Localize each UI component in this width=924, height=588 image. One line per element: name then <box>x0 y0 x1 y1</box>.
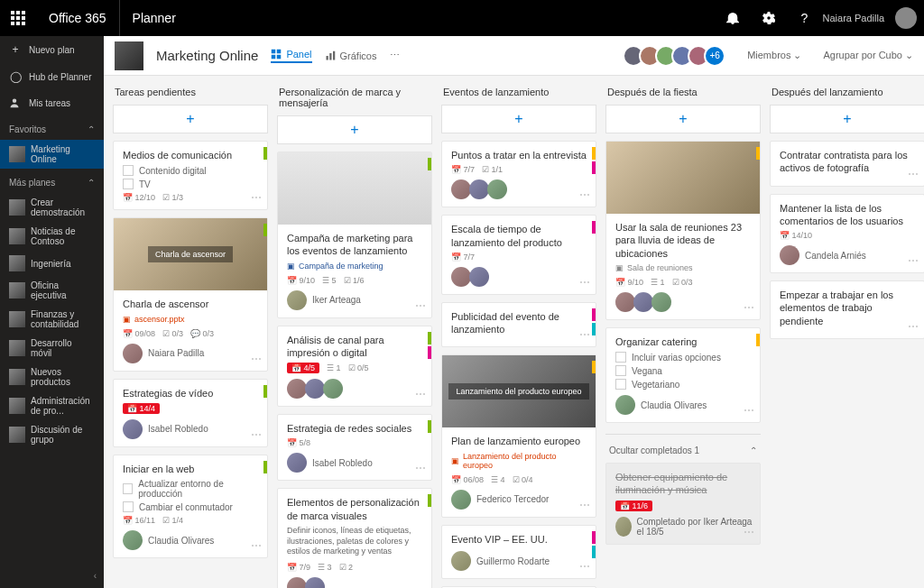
bucket-title[interactable]: Tareas pendientes <box>113 83 268 105</box>
attachment-link[interactable]: ▣ ascensor.pptx <box>123 315 260 324</box>
member-avatars[interactable]: +6 <box>628 45 725 67</box>
task-card[interactable]: Estrategia de redes sociales📅 5/8Isabel … <box>277 414 432 481</box>
attachment-link[interactable]: ▣ Lanzamiento del producto europeo <box>451 452 588 470</box>
settings-icon[interactable] <box>751 0 787 36</box>
sidebar-plan[interactable]: Noticias de Contoso <box>0 222 104 251</box>
add-task-button[interactable]: + <box>277 115 432 144</box>
checklist-item[interactable]: Vegana <box>615 365 753 376</box>
sidebar-plan[interactable]: Desarrollo móvil <box>0 334 104 363</box>
svg-rect-3 <box>272 54 276 59</box>
task-card[interactable]: Charla de ascensorCharla de ascensor▣ as… <box>113 217 268 371</box>
sidebar-plan[interactable]: Nuevos productos <box>0 363 104 391</box>
card-more-icon[interactable]: ⋯ <box>579 188 590 201</box>
task-title: Elementos de personalización de marca vi… <box>287 496 424 522</box>
add-task-button[interactable]: + <box>605 105 761 133</box>
card-more-icon[interactable]: ⋯ <box>579 560 590 573</box>
card-more-icon[interactable]: ⋯ <box>251 191 262 204</box>
app-launcher-icon[interactable] <box>0 0 36 36</box>
collapse-sidebar-icon[interactable]: ‹ <box>94 571 97 581</box>
card-more-icon[interactable]: ⋯ <box>744 526 754 538</box>
more-menu-icon[interactable]: ⋯ <box>390 50 400 61</box>
sidebar-plan[interactable]: Marketing Online <box>0 140 104 169</box>
task-card[interactable]: Iniciar en la webActualizar entorno de p… <box>113 455 268 558</box>
task-card[interactable]: Escala de tiempo de lanzamiento del prod… <box>441 215 596 295</box>
task-card[interactable]: Empezar a trabajar en los elementos de t… <box>770 280 924 339</box>
chevron-up-icon: ⌃ <box>88 124 95 134</box>
sidebar-plan[interactable]: Oficina ejecutiva <box>0 276 104 305</box>
members-dropdown[interactable]: Miembros ⌄ <box>747 50 801 61</box>
bucket-title[interactable]: Después del lanzamiento <box>770 83 924 105</box>
attachment-link[interactable]: ▣ Campaña de marketing <box>287 262 424 271</box>
task-card[interactable]: Medios de comunicaciónContenido digitalT… <box>113 141 268 210</box>
card-more-icon[interactable]: ⋯ <box>744 404 754 417</box>
task-card[interactable]: Puntos a tratar en la entrevista📅 7/7☑ 1… <box>441 141 596 207</box>
checklist-item[interactable]: Cambiar el conmutador <box>123 501 260 512</box>
my-tasks-label: Mis tareas <box>29 98 70 108</box>
add-task-button[interactable]: + <box>441 105 596 133</box>
card-more-icon[interactable]: ⋯ <box>251 539 262 552</box>
sidebar-plan[interactable]: Finanzas y contabilidad <box>0 305 104 334</box>
svg-rect-6 <box>329 53 331 60</box>
sidebar-plan[interactable]: Administración de pro... <box>0 391 104 420</box>
task-card[interactable]: Evento VIP – EE. UU.Guillermo Rodarte⋯ <box>441 525 596 579</box>
task-card[interactable]: Contratar contratista para los activos d… <box>770 141 924 187</box>
add-task-button[interactable]: + <box>113 105 268 133</box>
card-more-icon[interactable]: ⋯ <box>908 168 919 180</box>
group-by-dropdown[interactable]: Agrupar por Cubo ⌄ <box>823 50 913 61</box>
bucket-column: Tareas pendientes+Medios de comunicación… <box>113 83 268 581</box>
checklist-item[interactable]: Contenido digital <box>123 165 260 176</box>
task-card[interactable]: Publicidad del evento de lanzamiento⋯ <box>441 302 596 348</box>
help-icon[interactable]: ? <box>787 0 823 36</box>
bucket-title[interactable]: Personalización de marca y mensajería <box>277 83 432 115</box>
task-card[interactable]: Mantener la lista de los comentarios de … <box>770 194 924 274</box>
tab-charts[interactable]: Gráficos <box>325 51 377 61</box>
checklist-item[interactable]: Incluir varias opciones <box>615 352 753 363</box>
task-title: Escala de tiempo de lanzamiento del prod… <box>451 223 588 249</box>
planner-hub-link[interactable]: ◯Hub de Planner <box>0 63 104 90</box>
task-card[interactable]: Estrategias de vídeo📅 14/4Isabel Robledo… <box>113 379 268 447</box>
tab-panel[interactable]: Panel <box>271 49 311 63</box>
checklist-item[interactable]: TV <box>123 179 260 189</box>
bucket-title[interactable]: Después de la fiesta <box>605 83 761 105</box>
card-more-icon[interactable]: ⋯ <box>908 254 919 267</box>
card-more-icon[interactable]: ⋯ <box>251 353 262 365</box>
member-overflow[interactable]: +6 <box>704 45 725 67</box>
task-card[interactable]: Elementos de personalización de marca vi… <box>277 488 432 588</box>
task-card[interactable]: Campaña de marketing para los eventos de… <box>277 152 432 318</box>
plan-color-tile <box>115 41 143 70</box>
favorites-section-header[interactable]: Favoritos⌃ <box>0 115 104 140</box>
my-tasks-link[interactable]: Mis tareas <box>0 90 104 115</box>
card-more-icon[interactable]: ⋯ <box>744 301 754 314</box>
card-more-icon[interactable]: ⋯ <box>908 320 919 333</box>
suite-brand[interactable]: Office 365 <box>36 0 120 36</box>
task-card[interactable]: Organizar cateringIncluir varias opcione… <box>605 327 761 423</box>
attachment-link[interactable]: ▣ Sala de reuniones <box>615 263 753 272</box>
task-card[interactable]: Usar la sala de reuniones 23 para lluvia… <box>605 141 761 320</box>
assignee-avatar <box>451 267 471 287</box>
task-card[interactable]: Obtener equipamiento de iluminación y mú… <box>605 463 761 545</box>
hide-completed-toggle[interactable]: Ocultar completados 1⌃ <box>605 438 761 463</box>
bucket-title[interactable]: Eventos de lanzamiento <box>441 83 596 105</box>
card-more-icon[interactable]: ⋯ <box>415 462 426 474</box>
sidebar-plan[interactable]: Ingeniería <box>0 251 104 276</box>
notifications-icon[interactable] <box>715 0 751 36</box>
more-plans-section-header[interactable]: Más planes⌃ <box>0 169 104 193</box>
new-plan-button[interactable]: +Nuevo plan <box>0 36 104 63</box>
card-more-icon[interactable]: ⋯ <box>579 499 590 511</box>
checklist-item[interactable]: Vegetariano <box>615 379 753 390</box>
card-more-icon[interactable]: ⋯ <box>251 428 262 441</box>
task-card[interactable]: Lanzamiento del producto europeoPlan de … <box>441 354 596 517</box>
sidebar-plan[interactable]: Crear demostración <box>0 193 104 222</box>
user-avatar[interactable] <box>895 7 917 29</box>
assignee-name: Naiara Padilla <box>148 348 204 358</box>
add-task-button[interactable]: + <box>770 105 924 133</box>
assignee-avatar <box>487 179 507 199</box>
sidebar-plan[interactable]: Discusión de grupo <box>0 420 104 449</box>
card-more-icon[interactable]: ⋯ <box>415 388 426 400</box>
card-more-icon[interactable]: ⋯ <box>415 299 426 312</box>
card-more-icon[interactable]: ⋯ <box>579 328 590 341</box>
checklist-item[interactable]: Actualizar entorno de producción <box>123 479 260 499</box>
task-card[interactable]: Análisis de canal para impresión o digit… <box>277 326 432 408</box>
bucket-column: Eventos de lanzamiento+Puntos a tratar e… <box>441 83 596 581</box>
card-more-icon[interactable]: ⋯ <box>579 276 590 289</box>
